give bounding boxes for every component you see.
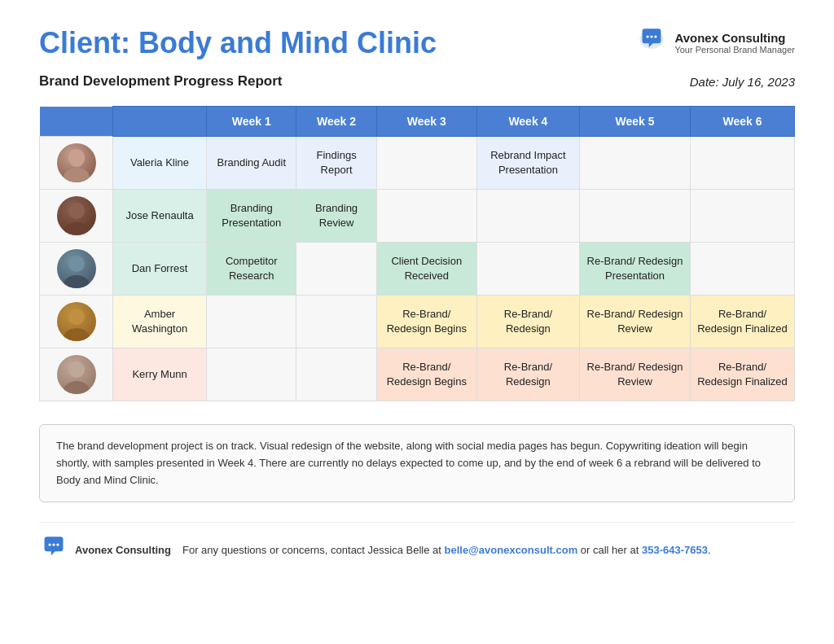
svg-point-7 (68, 203, 85, 219)
footer-contact: For any questions or concerns, contact J… (182, 544, 711, 556)
svg-point-8 (64, 222, 90, 235)
col-header-week5: Week 5 (579, 107, 690, 137)
col-header-week6: Week 6 (691, 107, 795, 137)
report-title: Brand Development Progress Report (39, 73, 283, 90)
svg-point-10 (64, 275, 90, 288)
schedule-table: Week 1 Week 2 Week 3 Week 4 Week 5 Week … (39, 106, 795, 401)
page-header: Client: Body and Mind Clinic Avonex Cons… (39, 26, 795, 60)
task-jose-w5 (579, 190, 690, 243)
title-static: Client: (39, 26, 130, 59)
name-valeria: Valeria Kline (113, 137, 207, 190)
svg-point-13 (68, 361, 85, 378)
task-amber-w3: Re-Brand/ Redesign Begins (376, 296, 476, 348)
page-title: Client: Body and Mind Clinic (39, 26, 437, 60)
task-dan-w4 (476, 243, 579, 296)
task-kerry-w3: Re-Brand/ Redesign Begins (376, 348, 476, 401)
avatar-jose (40, 190, 113, 243)
task-dan-w2 (296, 243, 376, 296)
svg-point-12 (64, 328, 90, 341)
task-valeria-w3 (376, 137, 476, 190)
footer-contact-text: For any questions or concerns, contact J… (182, 544, 441, 556)
notes-box: The brand development project is on trac… (39, 424, 795, 502)
footer-logo-icon (39, 534, 68, 566)
task-jose-w6 (691, 190, 795, 243)
col-header-week4: Week 4 (476, 107, 579, 137)
task-valeria-w5 (579, 137, 690, 190)
task-kerry-w5: Re-Brand/ Redesign Review (579, 348, 690, 401)
task-amber-w4: Re-Brand/ Redesign (476, 296, 579, 348)
svg-point-9 (68, 256, 85, 272)
task-amber-w2 (296, 296, 376, 348)
svg-point-5 (64, 168, 90, 182)
task-kerry-w2 (296, 348, 376, 401)
title-blue: Body and Mind Clinic (138, 26, 437, 59)
logo-icon (637, 26, 666, 59)
footer-email[interactable]: belle@avonexconsult.com (445, 544, 578, 556)
name-kerry: Kerry Munn (113, 348, 207, 401)
brand-logo-text: Avonex Consulting Your Personal Brand Ma… (674, 31, 795, 55)
task-dan-w1: Competitor Research (207, 243, 296, 296)
task-jose-w2: Branding Review (296, 190, 376, 243)
svg-point-14 (64, 381, 90, 394)
col-header-avatar (40, 107, 113, 137)
table-row: Jose Renaulta Branding Presentation Bran… (40, 190, 795, 243)
avatar-dan (40, 243, 113, 296)
svg-point-16 (52, 544, 55, 546)
footer-phone-text: or call her at (581, 544, 639, 556)
name-dan: Dan Forrest (113, 243, 207, 296)
svg-point-17 (56, 544, 59, 546)
task-dan-w3: Client Decision Received (376, 243, 476, 296)
table-row: Kerry Munn Re-Brand/ Redesign Begins Re-… (40, 348, 795, 401)
brand-logo: Avonex Consulting Your Personal Brand Ma… (637, 26, 795, 59)
name-amber: Amber Washington (113, 296, 207, 348)
avatar-kerry (40, 348, 113, 401)
notes-text: The brand development project is on trac… (56, 440, 761, 486)
task-valeria-w6 (691, 137, 795, 190)
task-valeria-w2: Findings Report (296, 137, 376, 190)
footer-phone[interactable]: 353-643-7653 (642, 544, 708, 556)
task-amber-w1 (207, 296, 296, 348)
subheader: Brand Development Progress Report Date: … (39, 73, 795, 90)
footer-brand: Avonex Consulting (39, 534, 171, 566)
svg-point-11 (68, 309, 85, 325)
task-dan-w6 (691, 243, 795, 296)
task-kerry-w1 (207, 348, 296, 401)
svg-point-3 (655, 35, 657, 37)
task-kerry-w6: Re-Brand/ Redesign Finalized (691, 348, 795, 401)
svg-point-1 (647, 35, 649, 37)
col-header-week3: Week 3 (376, 107, 476, 137)
task-valeria-w1: Branding Audit (207, 137, 296, 190)
table-row: Valeria Kline Branding Audit Findings Re… (40, 137, 795, 190)
task-valeria-w4: Rebrand Impact Presentation (476, 137, 579, 190)
avatar-valeria (40, 137, 113, 190)
task-jose-w1: Branding Presentation (207, 190, 296, 243)
task-amber-w5: Re-Brand/ Redesign Review (579, 296, 690, 348)
footer-brand-name: Avonex Consulting (75, 544, 171, 556)
svg-point-2 (651, 35, 653, 37)
task-jose-w4 (476, 190, 579, 243)
task-kerry-w4: Re-Brand/ Redesign (476, 348, 579, 401)
name-jose: Jose Renaulta (113, 190, 207, 243)
avatar-amber (40, 296, 113, 348)
table-row: Dan Forrest Competitor Research Client D… (40, 243, 795, 296)
table-row: Amber Washington Re-Brand/ Redesign Begi… (40, 296, 795, 348)
date-label: Date: July 16, 2023 (690, 75, 795, 89)
task-amber-w6: Re-Brand/ Redesign Finalized (691, 296, 795, 348)
svg-point-15 (48, 544, 50, 546)
footer: Avonex Consulting For any questions or c… (39, 522, 795, 566)
svg-point-6 (68, 150, 85, 166)
col-header-week1: Week 1 (207, 107, 296, 137)
task-jose-w3 (376, 190, 476, 243)
task-dan-w5: Re-Brand/ Redesign Presentation (579, 243, 690, 296)
col-header-week2: Week 2 (296, 107, 376, 137)
col-header-name (113, 107, 207, 137)
